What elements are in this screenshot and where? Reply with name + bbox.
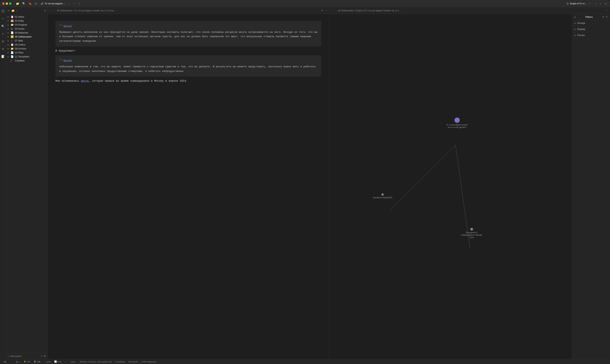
quote-icon-1: ❝❝	[59, 24, 62, 28]
status-lightning: ⚡ 727	[24, 360, 30, 363]
tab-main[interactable]: 🔗 То что вы видите … ✕	[39, 0, 71, 7]
filter-forces-header[interactable]: ▶ Forces	[572, 32, 610, 38]
tab-layout-right[interactable]: ⊞	[604, 2, 608, 5]
sidebar-item-zettelkasten[interactable]: ▶ 🔀 06 Zettelcasten	[6, 35, 48, 39]
tab-graph-close[interactable]: ✕	[589, 3, 590, 5]
tab-graph-label: Graph of То чт…	[570, 2, 587, 5]
bars-value: —	[18, 361, 20, 363]
graph-node-moskva[interactable]: Ощущения от командировки в Москва Сити	[460, 228, 483, 239]
groups-chevron-icon: ▶	[574, 22, 576, 24]
filter-expand-icon: ▶	[574, 16, 576, 18]
app-window: 📁 🔍 🔖 ⊟ 🔗 То что вы видите … ✕ + ▾ 🕸 Gra…	[0, 0, 610, 364]
areas-icon: 🗂	[11, 27, 14, 30]
filter-section-groups: ▶ Groups	[572, 20, 610, 26]
editor-area[interactable]: ❝❝ Цитата Примерно десять миллионов из н…	[48, 14, 329, 359]
edit-rail-icon[interactable]: ✏	[1, 16, 5, 21]
close-button[interactable]	[2, 2, 5, 5]
grid-rail-icon[interactable]: ⊞	[1, 39, 5, 44]
tab-graph[interactable]: 🕸 Graph of То чт… ✕	[564, 0, 593, 7]
filter-refresh-icon[interactable]: ↺	[602, 15, 604, 18]
projects-icon: 📁	[11, 23, 14, 26]
daily-icon: 📅	[11, 19, 14, 22]
chevron-icon: ▶	[8, 55, 10, 58]
graph-svg	[329, 14, 572, 359]
sidebar-item-zotero[interactable]: ▶ 📋 08 Zotero	[6, 43, 48, 47]
sidebar-item-archive[interactable]: ▶ 📁 09 Archive	[6, 47, 48, 51]
new-folder-icon[interactable]: 📁	[11, 9, 15, 12]
sidebar-item-wiki[interactable]: ▶ ⚠ 07 Wiki	[6, 39, 48, 43]
graph-forward-button[interactable]: →	[334, 9, 337, 12]
traffic-lights	[2, 2, 11, 5]
inline-link[interactable]: мысль	[81, 79, 89, 82]
tab-add-left[interactable]: +	[72, 2, 77, 5]
filter-header-icons: ↺ ✕	[602, 15, 608, 18]
help-icon[interactable]: ?	[41, 355, 42, 358]
copy-rail-icon[interactable]: ⧉	[1, 47, 5, 51]
filter-close-icon[interactable]: ✕	[606, 15, 608, 18]
chevron-icon: ▶	[8, 44, 10, 46]
graph-node-main[interactable]: То что вы видите влияет на то что вы дел…	[446, 117, 468, 129]
chevron-icon: ▶	[8, 20, 10, 22]
sidebar-item-materials[interactable]: ▶ 📄 05 Materials	[6, 31, 48, 35]
new-note-icon[interactable]: ✏	[8, 9, 10, 12]
graph-more-icon[interactable]: ⋯	[606, 9, 609, 12]
minimize-button[interactable]	[6, 2, 8, 5]
search-icon[interactable]: 🔍	[22, 2, 26, 5]
tab-main-close[interactable]: ✕	[67, 3, 69, 5]
sidebar-item-inbox[interactable]: ▶ 📋 01 Inbox	[6, 15, 48, 19]
lightning-value: 727	[27, 361, 30, 363]
tab-dropdown-right[interactable]: ▾	[599, 2, 602, 5]
node-circle-moskva	[470, 228, 473, 231]
status-prefix: → prefix	[43, 361, 51, 363]
sidebar-item-areas[interactable]: ▶ 🗂 04 Areas	[6, 27, 48, 31]
forward-button[interactable]: →	[53, 9, 56, 12]
sidebar-item-label: Справка	[15, 59, 46, 62]
quote-link-1[interactable]: Цитата	[64, 24, 72, 28]
sidebar-item-spravka[interactable]: ▶ ℹ Справка	[6, 59, 48, 63]
folder-icon[interactable]: 📁	[16, 2, 19, 5]
graph-canvas[interactable]: То что вы видите влияет на то что вы дел…	[329, 14, 572, 359]
search-rail-icon[interactable]: 🔍	[1, 24, 5, 28]
graph-node-clear[interactable]: clearAtomicHabits2020	[373, 193, 392, 199]
node-circle-clear	[382, 193, 384, 196]
close-sidebar-icon[interactable]: ✕	[44, 9, 46, 12]
graph-pane: ← → 06 Zettelcasten / Graph of То что вы…	[329, 7, 610, 359]
sidebar-item-daily[interactable]: ▶ 📅 02 Daily	[6, 19, 48, 23]
graph-breadcrumb: 06 Zettelcasten / Graph of То что вы вид…	[338, 9, 605, 12]
sidebar-item-files[interactable]: ▶ 📄 10 Files	[6, 51, 48, 55]
edit-icon[interactable]: ✏	[321, 9, 323, 12]
tab-add-right[interactable]: +	[594, 2, 598, 5]
layout-icon[interactable]: ⊟	[35, 2, 37, 5]
filter-groups-header[interactable]: ▶ Groups	[572, 20, 610, 26]
settings-icon[interactable]: ⚙	[44, 355, 46, 358]
zettelkasten-icon: 🔀	[11, 35, 14, 38]
filter-display-header[interactable]: ▶ Display	[572, 26, 610, 32]
bookmark-icon[interactable]: 🔖	[28, 2, 32, 5]
node-label-main: То что вы видите влияет на то что вы дел…	[446, 124, 468, 129]
sidebar-item-label: 09 Archive	[15, 47, 46, 50]
tab-dropdown-left[interactable]: ▾	[78, 2, 80, 5]
quote-link-2[interactable]: Цитата	[64, 59, 72, 63]
tab-group-left: 🔗 То что вы видите … ✕ + ▾	[39, 0, 80, 7]
chevron-icon: ▶	[8, 32, 10, 34]
notes-rail-icon[interactable]: 📝	[1, 54, 5, 59]
status-bars: ||| —	[16, 361, 21, 363]
panes-container: ← → 06 Zettelcasten / То что вы видите в…	[48, 7, 610, 359]
lightning-icon: ⚡	[24, 360, 26, 363]
graph-pane-header-icons: ⋯	[606, 9, 609, 12]
back-button[interactable]: ←	[49, 9, 52, 12]
sidebar-item-label: 04 Areas	[15, 27, 46, 30]
inbox-icon: 📋	[11, 15, 14, 18]
sidebar-item-projects[interactable]: ▶ 📁 03 Projects	[6, 23, 48, 27]
maximize-button[interactable]	[9, 2, 11, 5]
tab-main-label: То что вы видите …	[45, 2, 66, 5]
zotero-icon: 📋	[11, 43, 14, 46]
sort-icon[interactable]: ↕	[16, 9, 17, 12]
more-icon[interactable]: ⋯	[325, 9, 327, 12]
sidebar-item-templates[interactable]: ▶ 📄 11 Templates	[6, 55, 48, 59]
nav-rail-icon[interactable]: ⬛	[1, 9, 5, 13]
graph-back-button[interactable]: ←	[331, 9, 333, 12]
sidebar-footer-icons: ? ⚙	[41, 355, 46, 358]
sidebar-item-label: 06 Zettelcasten	[15, 35, 46, 38]
tag-rail-icon[interactable]: #	[1, 31, 5, 36]
